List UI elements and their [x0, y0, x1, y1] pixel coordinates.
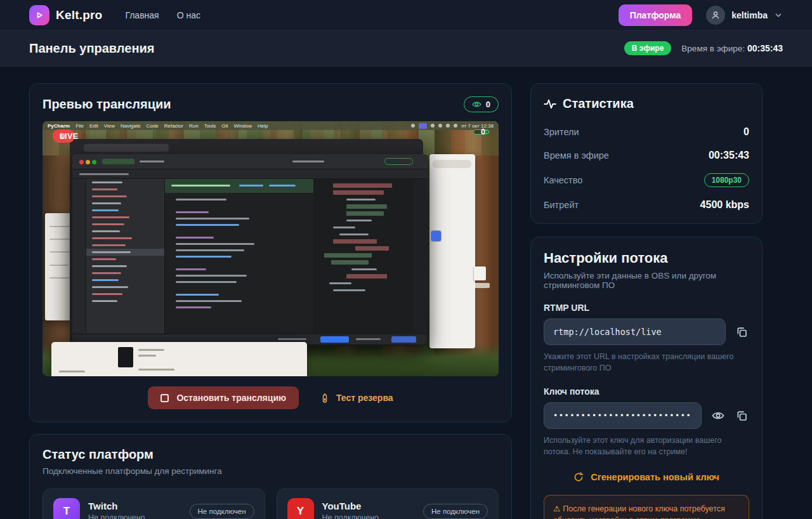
desktop-file-label	[470, 283, 489, 288]
copy-icon	[736, 326, 748, 338]
page-header: Панель управления В эфире Время в эфире:…	[0, 30, 812, 67]
menubar-items: FileEditViewNavigateCodeRefactorRunTools…	[75, 123, 268, 129]
viewer-count-badge: 0	[464, 96, 499, 112]
settings-subtitle: Используйте эти данные в OBS или другом …	[544, 271, 749, 290]
username: keltimba	[731, 10, 768, 20]
rtmp-hint: Укажите этот URL в настройках трансляции…	[544, 351, 749, 374]
video-viewer-count: 0	[481, 128, 485, 136]
stat-bitrate-value: 4500 kbps	[700, 199, 749, 211]
viewer-count: 0	[486, 100, 490, 109]
rtmp-url-input[interactable]	[544, 319, 726, 345]
main-content: Превью трансляции 0	[0, 67, 812, 519]
stat-row-airtime: Время в эфире 00:35:43	[544, 150, 749, 161]
copy-key-button[interactable]	[735, 409, 749, 423]
brand-logo[interactable]: Kelt.pro	[29, 5, 102, 25]
ide-project-tree	[86, 179, 164, 334]
dock-highlight-icon	[431, 231, 442, 241]
thumbnail	[118, 347, 133, 368]
eye-icon	[712, 409, 724, 422]
background-window-right	[429, 154, 475, 348]
stop-stream-button[interactable]: Остановить трансляцию	[148, 386, 299, 409]
ide-window	[72, 154, 427, 344]
main-nav: Главная О нас	[125, 10, 200, 20]
airtime-label: Время в эфире:	[681, 44, 745, 53]
nav-link-about[interactable]: О нас	[177, 10, 200, 20]
stat-row-viewers: Зрители 0	[544, 126, 749, 138]
platform-badge: Не подключен	[423, 504, 488, 519]
stat-row-quality: Качество 1080p30	[544, 173, 749, 187]
preview-title: Превью трансляции	[43, 97, 171, 112]
twitch-icon: T	[53, 498, 80, 519]
stream-settings-card: Настройки потока Используйте эти данные …	[530, 237, 763, 519]
platform-name: YouTube	[322, 501, 416, 511]
battery-test-icon	[320, 393, 329, 404]
settings-title: Настройки потока	[544, 250, 749, 266]
stream-key-hint: Используйте этот ключ для авторизации ва…	[544, 435, 749, 457]
menubar-app-name: PyCharm	[48, 123, 70, 129]
warning-icon: ⚠	[553, 504, 560, 513]
live-status-badge: В эфире	[624, 41, 672, 55]
show-key-button[interactable]	[710, 408, 726, 423]
quality-badge: 1080p30	[704, 173, 749, 187]
stats-title: Статистика	[563, 96, 634, 111]
ide-notification-banner	[165, 179, 313, 193]
platform-badge: Не подключен	[190, 504, 254, 519]
platforms-card: Статус платформ Подключенные платформы д…	[29, 434, 512, 519]
play-icon	[29, 5, 49, 25]
ide-editor	[164, 179, 313, 334]
nav-link-home[interactable]: Главная	[125, 10, 159, 20]
desktop-file-icon	[474, 266, 486, 280]
video-preview[interactable]: PyCharm FileEditViewNavigateCodeRefactor…	[43, 121, 499, 376]
stat-airtime-value: 00:35:43	[709, 150, 749, 161]
user-menu[interactable]: keltimba	[706, 6, 783, 25]
stat-viewers-value: 0	[743, 126, 749, 138]
stream-key-input[interactable]	[544, 402, 702, 429]
rtmp-url-label: RTMP URL	[544, 303, 749, 313]
key-warning: ⚠После генерации нового ключа потребуетс…	[544, 495, 749, 519]
preview-card: Превью трансляции 0	[29, 83, 512, 423]
stop-icon	[160, 394, 169, 402]
platform-status: Не подключено	[322, 513, 416, 519]
copy-icon	[736, 410, 748, 422]
navbar: Kelt.pro Главная О нас Платформа keltimb…	[0, 0, 812, 30]
eye-icon	[472, 100, 481, 109]
chevron-down-icon	[774, 11, 783, 20]
user-avatar-icon	[706, 6, 725, 25]
platform-status: Не подключено	[88, 513, 181, 519]
platform-tile-youtube[interactable]: Y YouTube Не подключено Не подключен	[277, 489, 499, 519]
platform-tile-twitch[interactable]: T Twitch Не подключено Не подключен	[43, 489, 265, 519]
platforms-title: Статус платформ	[43, 447, 499, 462]
activity-pulse-icon	[544, 98, 556, 110]
platform-button[interactable]: Платформа	[619, 4, 693, 26]
macos-menubar: PyCharm FileEditViewNavigateCodeRefactor…	[43, 121, 499, 130]
platforms-subtitle: Подключенные платформы для рестриминга	[43, 466, 499, 476]
background-window-bottom	[51, 342, 307, 376]
stream-key-label: Ключ потока	[544, 386, 749, 397]
brand-name: Kelt.pro	[56, 8, 102, 22]
platform-name: Twitch	[88, 501, 181, 511]
generate-key-button[interactable]: Сгенерировать новый ключ	[573, 472, 719, 482]
ide-terminal	[313, 179, 413, 334]
video-viewer-badge: 0	[473, 129, 488, 135]
ide-titlebar	[72, 154, 427, 169]
youtube-icon: Y	[287, 498, 314, 519]
stat-row-bitrate: Битрейт 4500 kbps	[544, 199, 749, 211]
page-title: Панель управления	[29, 41, 154, 56]
refresh-icon	[573, 472, 584, 482]
airtime-value: 00:35:43	[747, 43, 783, 53]
live-badge: LIVE	[53, 129, 75, 143]
airtime-text: Время в эфире:00:35:43	[681, 43, 783, 53]
live-label: LIVE	[60, 132, 78, 141]
copy-rtmp-button[interactable]	[735, 325, 749, 339]
ide-body	[72, 179, 427, 334]
stats-card: Статистика Зрители 0 Время в эфире 00:35…	[530, 83, 763, 224]
test-backup-button[interactable]: Тест резерва	[320, 393, 393, 404]
ide-breadcrumbs	[72, 169, 427, 179]
ide-left-gutter	[72, 179, 86, 334]
